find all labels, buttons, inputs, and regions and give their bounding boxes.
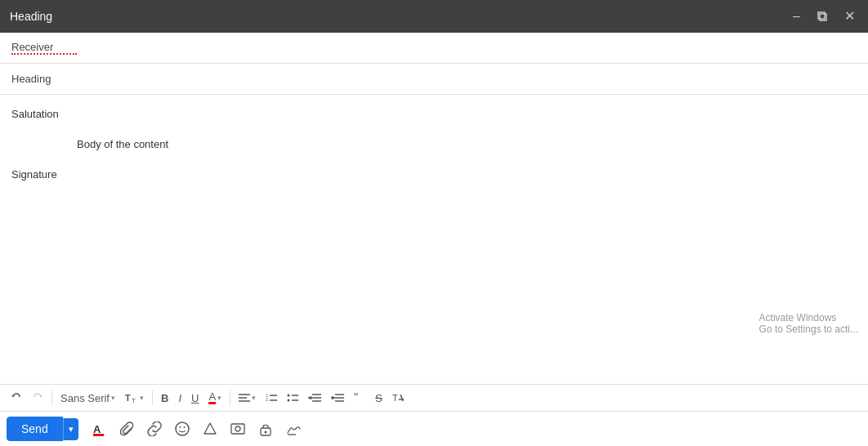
svg-point-32 [235,426,240,431]
drive-button[interactable] [198,418,222,439]
svg-point-34 [264,431,266,434]
bold-button[interactable]: B [157,390,172,407]
divider-3 [230,390,230,405]
svg-point-29 [183,426,185,428]
salutation-row: Salutation [11,106,857,123]
redo-button[interactable] [28,389,47,407]
text-color-bottom-button[interactable]: A [87,418,111,439]
heading-label: Heading [11,73,77,85]
svg-point-27 [176,422,189,435]
svg-text:T: T [125,393,131,403]
activate-windows-text: Activate Windows Go to Settings to acti.… [759,312,858,335]
emoji-button[interactable] [170,418,195,439]
send-button-group: Send ▾ [7,417,78,441]
send-button[interactable]: Send [7,417,63,441]
divider-2 [152,390,153,405]
blockquote-button[interactable]: " [350,390,369,406]
unordered-list-button[interactable] [283,390,302,406]
svg-rect-0 [818,12,825,19]
heading-input[interactable] [77,73,857,85]
compose-window: Heading – ✕ Receiver Heading [0,0,868,446]
indent-less-button[interactable] [304,390,325,406]
receiver-label: Receiver [11,41,77,55]
strikethrough-button[interactable]: S [371,390,387,407]
photo-button[interactable] [226,418,250,439]
underline-button[interactable]: U [187,390,203,407]
minimize-button[interactable]: – [790,8,803,25]
title-bar-controls: – ✕ [790,8,858,25]
content-inner: Salutation Body of the content Signature [11,106,857,183]
heading-field-row: Heading [0,64,868,95]
restore-button[interactable] [813,9,831,24]
salutation-label: Salutation [11,108,59,120]
font-size-button[interactable]: T T ▾ [121,389,148,407]
svg-point-28 [179,426,181,428]
body-text: Body of the content [77,138,168,150]
svg-rect-26 [93,434,104,436]
svg-text:A: A [93,423,101,435]
content-area[interactable]: Salutation Body of the content Signature… [0,95,868,384]
divider-1 [51,390,52,405]
formatting-toolbar: Sans Serif ▾ T T ▾ B I [0,385,868,412]
font-family-button[interactable]: Sans Serif ▾ [56,390,119,407]
close-button[interactable]: ✕ [841,8,858,25]
font-name-label: Sans Serif [60,393,110,404]
bottom-toolbar: Send ▾ A [0,412,868,446]
svg-point-11 [288,395,290,397]
indent-more-button[interactable] [327,390,348,406]
ordered-list-button[interactable]: 1. 2. [262,390,281,406]
svg-point-13 [288,399,290,402]
title-bar-title: Heading [10,10,52,23]
receiver-field-row: Receiver [0,33,868,64]
svg-marker-30 [204,423,216,434]
svg-line-23 [400,395,403,401]
svg-rect-31 [231,424,244,434]
signature-label: Signature [11,168,57,181]
svg-text:": " [354,393,358,403]
svg-rect-1 [820,14,826,20]
confidential-button[interactable] [253,418,278,439]
svg-text:2.: 2. [266,397,269,402]
undo-button[interactable] [7,389,26,407]
send-dropdown-button[interactable]: ▾ [63,418,78,440]
link-button[interactable] [142,418,167,439]
body-row: Body of the content [11,136,857,154]
svg-text:T: T [392,393,398,403]
clear-format-button[interactable]: T [388,389,408,407]
compose-body: Receiver Heading Salutation Body of the … [0,33,868,446]
signature-button[interactable] [281,418,306,439]
italic-button[interactable]: I [174,390,186,407]
font-color-button[interactable]: A ▾ [204,388,226,408]
receiver-input[interactable] [77,42,857,54]
toolbar-area: Sans Serif ▾ T T ▾ B I [0,384,868,446]
svg-text:T: T [132,397,136,404]
attachment-button[interactable] [114,418,139,439]
signature-row: Signature [11,167,857,184]
align-button[interactable]: ▾ [235,390,260,406]
title-bar: Heading – ✕ [0,0,868,33]
